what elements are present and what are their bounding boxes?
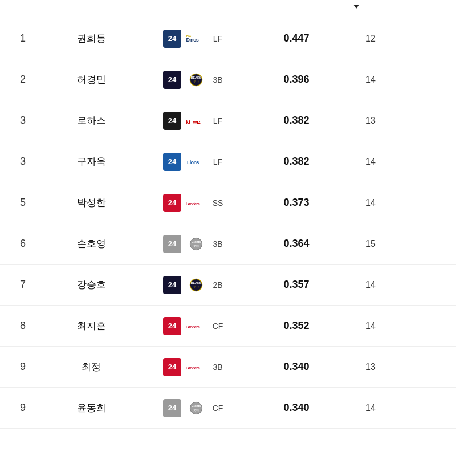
table-row: 3 로하스 24 kt wiz LF 0.382 13: [0, 100, 456, 141]
sort-row[interactable]: [0, 5, 456, 11]
cell-g: 14: [342, 75, 399, 85]
cell-rank: 8: [0, 320, 46, 332]
cell-team: 24 BEARS 두산 2B: [137, 276, 251, 294]
cell-name: 최정: [46, 360, 137, 373]
position-badge: 2B: [211, 280, 225, 290]
svg-text:Landers: Landers: [186, 201, 200, 206]
jersey-badge: 24: [163, 235, 181, 253]
cell-rank: 1: [0, 32, 46, 44]
cell-name: 박성한: [46, 196, 137, 209]
team-logo: BEARS 두산: [185, 71, 207, 89]
position-badge: 3B: [211, 239, 225, 249]
cell-g: 14: [342, 321, 399, 331]
sort-arrow-icon: [353, 5, 359, 9]
table-body: 1 권희동 24 Dinos NC LF 0.447 12 2 허경민 24 B…: [0, 18, 456, 429]
jersey-badge: 24: [163, 153, 181, 171]
table-row: 2 허경민 24 BEARS 두산 3B 0.396 14: [0, 59, 456, 100]
cell-team: 24 Landers CF: [137, 317, 251, 335]
position-badge: 3B: [211, 363, 225, 372]
table-row: 3 구자욱 24 Lions LF 0.382 14: [0, 141, 456, 182]
cell-g: 12: [342, 34, 399, 44]
table-row: 5 박성한 24 Landers SS 0.373 14: [0, 182, 456, 223]
cell-rank: 3: [0, 115, 46, 127]
cell-g: 14: [342, 403, 399, 413]
position-badge: LF: [211, 34, 225, 43]
team-logo: Lions: [185, 153, 207, 171]
cell-name: 손호영: [46, 237, 137, 250]
cell-g: 15: [342, 239, 399, 249]
svg-text:Landers: Landers: [186, 365, 200, 370]
cell-name: 권희동: [46, 32, 137, 45]
cell-avg: 0.447: [251, 32, 342, 44]
cell-rank: 6: [0, 238, 46, 250]
team-logo: Landers: [185, 194, 207, 212]
table-row: 9 윤동희 24 Giants 롯데 CF 0.340 14: [0, 388, 456, 429]
cell-name: 최지훈: [46, 319, 137, 332]
cell-name: 허경민: [46, 73, 137, 86]
svg-text:BEARS: BEARS: [191, 76, 202, 79]
cell-g: 14: [342, 280, 399, 290]
svg-text:Giants: Giants: [192, 404, 201, 408]
cell-rank: 7: [0, 279, 46, 291]
svg-text:두산: 두산: [193, 285, 199, 288]
table-header: [0, 0, 456, 18]
cell-avg: 0.373: [251, 197, 342, 209]
cell-avg: 0.357: [251, 279, 342, 291]
svg-text:Giants: Giants: [192, 240, 201, 243]
cell-rank: 5: [0, 197, 46, 209]
cell-g: 14: [342, 157, 399, 167]
svg-text:롯데: 롯데: [193, 244, 199, 247]
cell-g: 13: [342, 116, 399, 126]
cell-team: 24 Lions LF: [137, 153, 251, 171]
column-headers: [0, 11, 456, 18]
team-logo: Landers: [185, 358, 207, 376]
position-badge: LF: [211, 157, 225, 166]
table-row: 6 손호영 24 Giants 롯데 3B 0.364 15: [0, 223, 456, 265]
jersey-badge: 24: [163, 399, 181, 417]
cell-team: 24 Landers 3B: [137, 358, 251, 376]
team-logo: BEARS 두산: [185, 276, 207, 294]
team-logo: kt wiz: [185, 112, 207, 130]
jersey-badge: 24: [163, 30, 181, 48]
svg-text:두산: 두산: [193, 80, 199, 83]
svg-text:Dinos: Dinos: [186, 36, 199, 42]
svg-text:롯데: 롯데: [193, 408, 199, 411]
team-logo: Giants 롯데: [185, 235, 207, 253]
cell-team: 24 BEARS 두산 3B: [137, 71, 251, 89]
position-badge: CF: [211, 322, 225, 331]
jersey-badge: 24: [163, 71, 181, 89]
cell-avg: 0.396: [251, 74, 342, 86]
cell-avg: 0.352: [251, 320, 342, 332]
cell-team: 24 Giants 롯데 CF: [137, 399, 251, 417]
position-badge: LF: [211, 116, 225, 125]
cell-team: 24 Landers SS: [137, 194, 251, 212]
svg-text:BEARS: BEARS: [191, 281, 202, 284]
table-row: 1 권희동 24 Dinos NC LF 0.447 12: [0, 18, 456, 59]
team-logo: Dinos NC: [185, 30, 207, 48]
cell-avg: 0.382: [251, 115, 342, 127]
cell-name: 강승호: [46, 278, 137, 291]
svg-text:Landers: Landers: [186, 324, 200, 329]
position-badge: 3B: [211, 75, 225, 84]
jersey-badge: 24: [163, 276, 181, 294]
cell-rank: 9: [0, 361, 46, 373]
cell-team: 24 kt wiz LF: [137, 112, 251, 130]
cell-avg: 0.340: [251, 402, 342, 414]
svg-text:Lions: Lions: [187, 159, 199, 165]
table-row: 8 최지훈 24 Landers CF 0.352 14: [0, 306, 456, 347]
cell-avg: 0.340: [251, 361, 342, 373]
svg-text:kt: kt: [186, 119, 191, 124]
table-row: 7 강승호 24 BEARS 두산 2B 0.357 14: [0, 265, 456, 306]
sort-button[interactable]: [350, 5, 359, 9]
cell-name: 로하스: [46, 114, 137, 127]
cell-team: 24 Dinos NC LF: [137, 30, 251, 48]
cell-name: 구자욱: [46, 155, 137, 168]
jersey-badge: 24: [163, 317, 181, 335]
cell-rank: 2: [0, 74, 46, 86]
jersey-badge: 24: [163, 194, 181, 212]
cell-rank: 3: [0, 156, 46, 168]
svg-text:NC: NC: [186, 33, 192, 37]
team-logo: Giants 롯데: [185, 399, 207, 417]
team-logo: Landers: [185, 317, 207, 335]
position-badge: CF: [211, 404, 225, 413]
